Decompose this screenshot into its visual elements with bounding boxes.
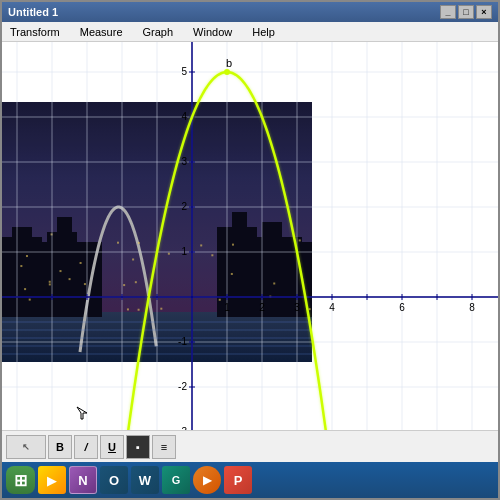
- title-bar-buttons: _ □ ×: [440, 5, 492, 19]
- graph-area[interactable]: [2, 42, 498, 430]
- fill-button[interactable]: ▪: [126, 435, 150, 459]
- menu-bar: Transform Measure Graph Window Help: [2, 22, 498, 42]
- menu-transform[interactable]: Transform: [6, 25, 64, 39]
- main-window: Untitled 1 _ □ × Transform Measure Graph…: [0, 0, 500, 500]
- taskbar-word[interactable]: W: [131, 466, 159, 494]
- start-button[interactable]: ⊞: [6, 466, 35, 494]
- window-title: Untitled 1: [8, 6, 58, 18]
- close-button[interactable]: ×: [476, 5, 492, 19]
- graph-canvas: [2, 42, 498, 430]
- taskbar: ⊞ ▶ N O W G ▶ P: [2, 462, 498, 498]
- taskbar-mediaplayer[interactable]: ▶: [38, 466, 66, 494]
- main-content: [2, 42, 498, 430]
- taskbar-geosketcher[interactable]: G: [162, 466, 190, 494]
- italic-button[interactable]: /: [74, 435, 98, 459]
- menu-graph[interactable]: Graph: [139, 25, 178, 39]
- taskbar-video[interactable]: ▶: [193, 466, 221, 494]
- bold-button[interactable]: B: [48, 435, 72, 459]
- maximize-button[interactable]: □: [458, 5, 474, 19]
- menu-window[interactable]: Window: [189, 25, 236, 39]
- taskbar-onenote[interactable]: N: [69, 466, 97, 494]
- title-bar: Untitled 1 _ □ ×: [2, 2, 498, 22]
- bottom-toolbar: ↖ B / U ▪ ≡: [2, 430, 498, 462]
- minimize-button[interactable]: _: [440, 5, 456, 19]
- taskbar-presentation[interactable]: P: [224, 466, 252, 494]
- menu-help[interactable]: Help: [248, 25, 279, 39]
- cursor-indicator: ↖: [6, 435, 46, 459]
- menu-measure[interactable]: Measure: [76, 25, 127, 39]
- taskbar-outlook[interactable]: O: [100, 466, 128, 494]
- underline-button[interactable]: U: [100, 435, 124, 459]
- format-button[interactable]: ≡: [152, 435, 176, 459]
